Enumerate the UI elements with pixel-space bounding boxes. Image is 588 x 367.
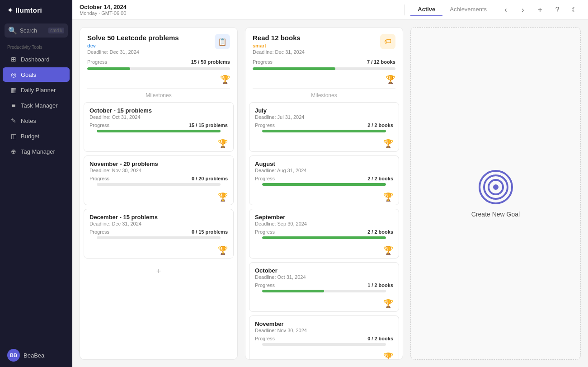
sidebar-item-label: Tag Manager — [21, 148, 55, 155]
progress-value: 7 / 12 books — [367, 59, 395, 65]
goal-card-leetcode: Solve 50 Leetcode problems dev Deadline:… — [80, 27, 238, 360]
milestone-deadline: Deadline: Oct 31, 2024 — [255, 274, 393, 280]
trophy-icon: 🏆 — [383, 139, 393, 149]
theme-button[interactable]: ☾ — [568, 4, 581, 16]
goal-icon-button[interactable]: 📋 — [215, 34, 230, 49]
search-label: Search — [20, 28, 46, 34]
create-goal-panel[interactable]: Create New Goal — [410, 27, 581, 360]
sidebar-item-goals[interactable]: ◎ Goals — [3, 67, 70, 82]
target-svg — [478, 169, 514, 205]
milestone-progress-row: Progress 1 / 2 books — [255, 282, 393, 288]
sidebar-item-notes[interactable]: ✎ Notes — [3, 113, 70, 128]
username: BeaBea — [24, 352, 44, 359]
milestone-progress-label: Progress — [89, 122, 109, 128]
progress-bar-wrap — [97, 236, 221, 239]
progress-bar-wrap — [262, 183, 386, 186]
milestone-progress-label: Progress — [89, 176, 109, 181]
tab-active[interactable]: Active — [410, 3, 442, 16]
trophy-icon: 🏆 — [218, 139, 228, 149]
trophy-icon: 🏆 — [383, 352, 393, 359]
milestone-card: October Deadline: Oct 31, 2024 Progress … — [249, 262, 399, 312]
add-milestone-button[interactable]: + — [84, 262, 234, 281]
milestone-deadline: Deadline: Nov 30, 2024 — [255, 328, 393, 333]
progress-bar-wrap — [253, 67, 395, 70]
sidebar-item-budget[interactable]: ◫ Budget — [3, 129, 70, 143]
goal-tag: smart — [253, 43, 305, 48]
milestone-progress-row: Progress 2 / 2 books — [255, 122, 393, 128]
create-goal-label: Create New Goal — [471, 211, 520, 218]
milestone-title: July — [255, 107, 393, 114]
sidebar-item-tag-manager[interactable]: ⊕ Tag Manager — [3, 144, 70, 159]
goal-progress-row: Progress 15 / 50 problems — [80, 58, 237, 67]
milestones-label: Milestones — [87, 88, 230, 100]
help-button[interactable]: ? — [551, 4, 564, 16]
add-button[interactable]: + — [534, 4, 546, 16]
prev-button[interactable]: ‹ — [499, 4, 512, 16]
sidebar-item-dashboard[interactable]: ⊞ Dashboard — [3, 52, 70, 66]
sidebar: ✦ llumtori 🔍 Search cmd k Productivity T… — [0, 0, 72, 367]
progress-bar-wrap — [262, 236, 386, 239]
progress-value: 15 / 50 problems — [191, 59, 230, 65]
goal-progress-row: Progress 7 / 12 books — [245, 58, 403, 67]
tab-achievements[interactable]: Achievements — [442, 3, 494, 16]
next-button[interactable]: › — [517, 4, 529, 16]
milestone-deadline: Deadline: Sep 30, 2024 — [255, 221, 393, 226]
progress-label: Progress — [253, 59, 273, 65]
goals-area: Solve 50 Leetcode problems dev Deadline:… — [72, 20, 588, 367]
trophy-icon: 🏆 — [218, 192, 228, 202]
user-section: BB BeaBea — [0, 343, 72, 367]
svg-point-3 — [493, 184, 499, 190]
milestone-card: November Deadline: Nov 30, 2024 Progress… — [249, 315, 399, 359]
milestone-deadline: Deadline: Nov 30, 2024 — [89, 168, 228, 173]
milestone-title: September — [255, 214, 393, 221]
milestone-card: December - 15 problems Deadline: Dec 31,… — [84, 209, 234, 259]
trophy-icon: 🏆 — [383, 192, 393, 202]
milestone-trophy: 🏆 — [89, 190, 228, 202]
progress-bar-wrap — [262, 290, 386, 292]
goal-trophy: 🏆 — [245, 75, 403, 88]
milestone-progress-value: 1 / 2 books — [367, 282, 393, 288]
milestone-progress-label: Progress — [255, 336, 275, 341]
goal-icon-button[interactable]: 🏷 — [380, 34, 395, 49]
milestone-card: July Deadline: Jul 31, 2024 Progress 2 /… — [249, 102, 399, 152]
milestone-progress-value: 2 / 2 books — [367, 122, 393, 128]
milestone-progress-label: Progress — [255, 122, 275, 128]
milestone-deadline: Deadline: Dec 31, 2024 — [89, 221, 228, 226]
milestones-label: Milestones — [253, 88, 395, 100]
milestone-progress-label: Progress — [89, 229, 109, 235]
milestone-title: August — [255, 160, 393, 167]
goal-header-leetcode: Solve 50 Leetcode problems dev Deadline:… — [80, 28, 237, 58]
milestone-progress-value: 0 / 2 books — [367, 336, 393, 341]
goal-body: Milestones July Deadline: Jul 31, 2024 P… — [245, 88, 403, 359]
milestone-title: October - 15 problems — [89, 107, 228, 114]
progress-bar-wrap — [97, 183, 221, 186]
progress-bar-fill — [253, 67, 335, 70]
header-tabs: Active Achievements — [410, 3, 494, 16]
sidebar-item-label: Notes — [21, 118, 36, 124]
header-date: October 14, 2024 — [80, 4, 399, 10]
sidebar-item-task-manager[interactable]: ≡ Task Manager — [3, 98, 70, 113]
search-button[interactable]: 🔍 Search cmd k — [5, 24, 68, 38]
goal-deadline: Deadline: Dec 31, 2024 — [253, 49, 305, 55]
progress-bar-fill — [262, 236, 386, 239]
milestone-card: October - 15 problems Deadline: Oct 31, … — [84, 102, 234, 152]
progress-bar-wrap — [262, 130, 386, 132]
milestone-card: November - 20 problems Deadline: Nov 30,… — [84, 155, 234, 205]
goal-title: Solve 50 Leetcode problems — [87, 34, 179, 42]
progress-bar-wrap — [97, 130, 221, 132]
header-actions: ‹ › + ? ☾ — [499, 4, 581, 16]
goals-icon: ◎ — [10, 71, 17, 78]
daily-planner-icon: ▦ — [10, 86, 17, 94]
goal-body: Milestones October - 15 problems Deadlin… — [80, 88, 237, 359]
sidebar-item-label: Goals — [21, 71, 36, 78]
productivity-tools-label: Productivity Tools — [0, 40, 72, 52]
milestone-deadline: Deadline: Oct 31, 2024 — [89, 114, 228, 120]
header-day: Monday · GMT-06:00 — [80, 10, 399, 16]
milestone-progress-value: 2 / 2 books — [367, 176, 393, 181]
sidebar-item-daily-planner[interactable]: ▦ Daily Planner — [3, 83, 70, 97]
milestone-progress-row: Progress 0 / 2 books — [255, 336, 393, 341]
progress-bar-wrap — [87, 67, 230, 70]
goal-title: Read 12 books — [253, 34, 305, 42]
milestone-card: August Deadline: Aug 31, 2024 Progress 2… — [249, 155, 399, 205]
milestone-card: September Deadline: Sep 30, 2024 Progres… — [249, 209, 399, 259]
